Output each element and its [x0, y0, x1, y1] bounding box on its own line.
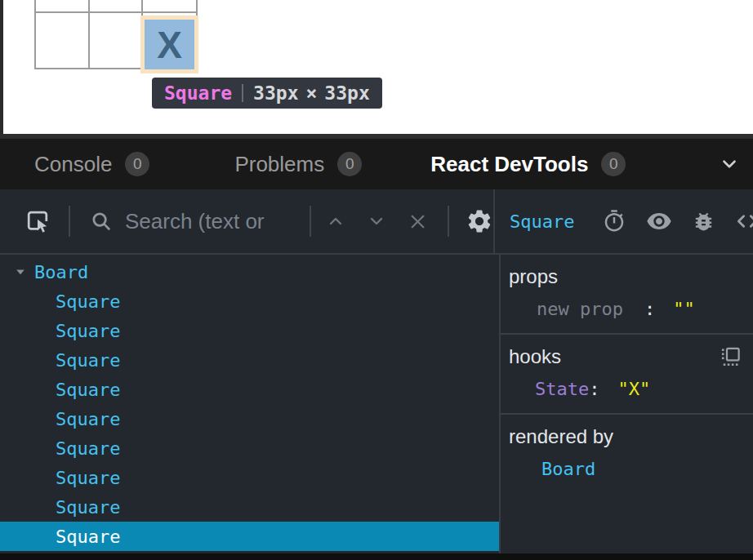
window-edge	[0, 0, 3, 134]
tree-item-label: Square	[56, 468, 120, 488]
new-prop-value-input[interactable]: ""	[673, 299, 695, 319]
inspected-page-canvas: X Square 33px × 33px	[0, 0, 753, 134]
devtools-window: X Square 33px × 33px Console 0 Problems …	[0, 0, 753, 560]
tooltip-dimensions: 33px × 33px	[253, 82, 370, 104]
board-grid-line	[88, 0, 90, 69]
tree-item-label: Square	[56, 350, 120, 371]
component-tree: Board Square Square Square Square Square…	[0, 255, 501, 553]
devtools-tabbar: Console 0 Problems 0 React DevTools 0	[0, 139, 753, 189]
search-icon	[90, 210, 114, 233]
chevron-up-icon[interactable]	[326, 211, 345, 231]
inspect-element-icon[interactable]	[23, 207, 52, 236]
tree-item-label: Board	[34, 262, 88, 282]
component-actions	[602, 208, 753, 234]
tree-row-square[interactable]: Square	[0, 522, 499, 551]
bug-icon[interactable]	[692, 210, 715, 233]
bottom-edge-bar	[0, 553, 753, 560]
chevron-down-icon[interactable]	[367, 211, 386, 231]
tooltip-component-name: Square	[164, 82, 232, 104]
hook-state-value[interactable]: "X"	[617, 379, 650, 399]
toolbar-divider	[448, 206, 449, 237]
toolbar-divider	[69, 206, 70, 237]
timer-icon[interactable]	[602, 209, 626, 233]
props-title: props	[509, 265, 558, 288]
tab-react-devtools[interactable]: React DevTools	[430, 152, 588, 177]
tree-row-square[interactable]: Square	[0, 375, 499, 404]
tree-row-square[interactable]: Square	[0, 433, 499, 463]
parse-hook-names-icon[interactable]	[720, 346, 742, 368]
hook-state-label[interactable]: State	[535, 379, 589, 399]
tooltip-times: ×	[305, 82, 317, 104]
chevron-down-icon[interactable]	[719, 153, 740, 175]
expander-caret-icon[interactable]	[15, 267, 26, 277]
hooks-title: hooks	[509, 345, 561, 368]
view-source-icon[interactable]	[735, 209, 753, 233]
toolbar-divider	[310, 206, 311, 237]
selected-component-name: Square	[510, 211, 574, 232]
board-grid-line	[34, 11, 198, 13]
tree-item-label: Square	[56, 380, 120, 400]
hooks-colon: :	[589, 379, 599, 399]
square-cell-value: X	[157, 26, 182, 64]
react-devtools-toolbar: Square	[0, 189, 753, 255]
tab-problems-badge: 0	[337, 152, 362, 176]
tree-row-square[interactable]: Square	[0, 492, 499, 522]
tab-console[interactable]: Console	[34, 152, 112, 177]
eye-icon[interactable]	[646, 208, 672, 234]
tooltip-width: 33px	[253, 82, 298, 104]
tree-row-square[interactable]: Square	[0, 345, 499, 375]
tree-item-label: Square	[56, 527, 120, 547]
props-section: props new prop : ""	[501, 255, 753, 335]
tree-row-square[interactable]: Square	[0, 404, 499, 433]
tree-item-label: Square	[56, 497, 120, 518]
devtools-panel: Console 0 Problems 0 React DevTools 0	[0, 134, 753, 560]
inspect-highlight-overlay[interactable]: X	[140, 16, 198, 73]
props-colon: :	[644, 299, 655, 319]
new-prop-input[interactable]: new prop	[537, 299, 623, 319]
tree-row-square[interactable]: Square	[0, 463, 499, 492]
hooks-section: hooks State	[501, 335, 753, 415]
rendered-by-section: rendered by Board	[501, 415, 753, 493]
rendered-by-link[interactable]: Board	[541, 459, 595, 479]
tab-console-badge: 0	[125, 152, 149, 176]
tree-toolbar	[0, 189, 495, 253]
component-details-panel: props new prop : "" hooks	[501, 255, 753, 553]
close-icon[interactable]	[408, 211, 428, 232]
tree-item-label: Square	[56, 321, 120, 341]
board-grid-line	[34, 0, 36, 69]
selected-component-toolbar: Square	[495, 189, 753, 253]
tree-row-square[interactable]: Square	[0, 287, 499, 316]
tab-problems[interactable]: Problems	[234, 152, 324, 177]
tree-row-board[interactable]: Board	[0, 257, 499, 287]
search-input[interactable]	[125, 209, 295, 234]
devtools-main: Board Square Square Square Square Square…	[0, 255, 753, 553]
tree-item-label: Square	[56, 438, 120, 459]
tree-item-label: Square	[56, 291, 120, 312]
tooltip-height: 33px	[324, 82, 369, 104]
rendered-by-title: rendered by	[509, 425, 613, 448]
gear-icon[interactable]	[466, 207, 493, 235]
inspect-size-tooltip: Square 33px × 33px	[152, 78, 382, 109]
tree-item-label: Square	[56, 409, 120, 429]
tree-row-square[interactable]: Square	[0, 316, 499, 345]
tooltip-separator	[242, 84, 243, 102]
tab-react-devtools-badge: 0	[601, 152, 626, 176]
